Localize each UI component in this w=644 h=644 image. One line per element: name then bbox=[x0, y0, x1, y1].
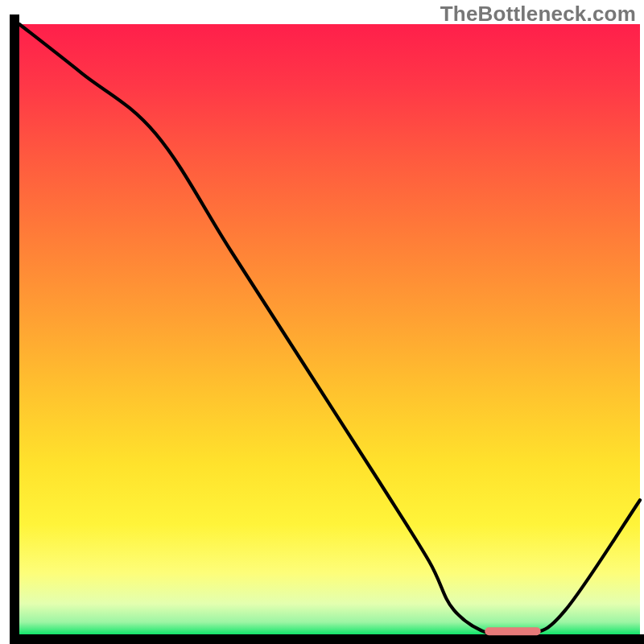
plot-background bbox=[19, 24, 640, 634]
x-axis bbox=[10, 634, 644, 644]
chart-root: { "watermark": "TheBottleneck.com", "cha… bbox=[0, 0, 644, 644]
y-axis bbox=[10, 14, 19, 644]
watermark-text: TheBottleneck.com bbox=[440, 2, 636, 27]
optimal-marker bbox=[485, 627, 540, 635]
chart-svg bbox=[0, 0, 644, 644]
